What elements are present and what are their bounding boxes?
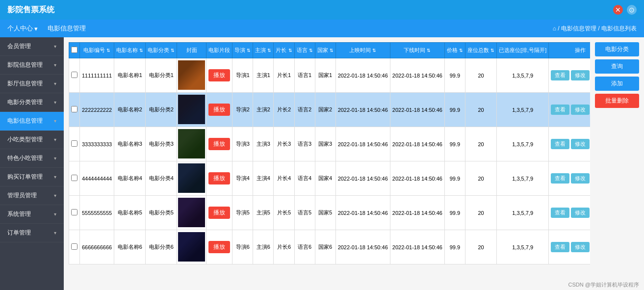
cell-selected-seats: 1,3,5,7,9: [497, 161, 549, 196]
table-row: 6666666666 电影名称6 电影分类6 播放 导演6 主演6 片长6 语言…: [69, 230, 591, 264]
navbar-movie-mgmt[interactable]: 电影信息管理: [48, 24, 86, 33]
col-action: 操作: [549, 43, 590, 58]
play-button[interactable]: 播放: [208, 207, 230, 219]
sidebar-item-system[interactable]: 系统管理 ▾: [0, 205, 64, 224]
play-button[interactable]: 播放: [208, 138, 230, 150]
sidebar-item-order[interactable]: 购买订单管理 ▾: [0, 168, 64, 186]
action-buttons: 查看 修改 删除: [551, 208, 590, 218]
sort-icon: ⇅: [309, 48, 313, 53]
sidebar-item-cinema[interactable]: 影院信息管理 ▾: [0, 56, 64, 75]
sort-icon: ⇅: [427, 48, 431, 53]
movie-category-button[interactable]: 电影分类: [595, 42, 639, 56]
chevron-down-icon: ▾: [54, 100, 56, 105]
user-icon[interactable]: ⊙: [627, 5, 637, 15]
sort-icon: ⇅: [106, 48, 110, 53]
movie-table-section: 电影编号 ⇅ 电影名称 ⇅ 电影分类 ⇅ 封面 电影片段 导演 ⇅ 主演 ⇅ 片…: [69, 42, 590, 275]
app-title: 影院售票系统: [7, 5, 54, 15]
col-director[interactable]: 导演 ⇅: [232, 43, 253, 58]
col-id[interactable]: 电影编号 ⇅: [80, 43, 114, 58]
sort-icon: ⇅: [372, 48, 376, 53]
action-buttons: 查看 修改 删除: [551, 70, 590, 80]
view-button[interactable]: 查看: [551, 70, 569, 80]
play-button[interactable]: 播放: [208, 172, 230, 185]
sidebar-item-hall[interactable]: 影厅信息管理 ▾: [0, 75, 64, 93]
cell-seats: 20: [465, 127, 497, 161]
movie-thumbnail: [178, 95, 205, 124]
col-price[interactable]: 价格 ⇅: [444, 43, 465, 58]
query-button[interactable]: 查询: [595, 59, 639, 74]
sidebar-item-member[interactable]: 会员管理 ▾: [0, 37, 64, 56]
cell-seats: 20: [465, 93, 497, 127]
view-button[interactable]: 查看: [551, 139, 569, 149]
cell-actions: 查看 修改 删除: [549, 230, 590, 264]
view-button[interactable]: 查看: [551, 105, 569, 115]
col-actor[interactable]: 主演 ⇅: [253, 43, 274, 58]
add-button[interactable]: 添加: [595, 77, 639, 91]
edit-button[interactable]: 修改: [571, 139, 590, 149]
row-checkbox[interactable]: [71, 209, 77, 215]
navbar-personal-center[interactable]: 个人中心 ▾: [7, 24, 38, 33]
batch-delete-button[interactable]: 批量删除: [595, 94, 639, 108]
edit-button[interactable]: 修改: [571, 173, 590, 184]
cell-id: 5555555555: [80, 196, 114, 230]
row-checkbox[interactable]: [71, 140, 77, 147]
play-button[interactable]: 播放: [208, 241, 230, 253]
close-icon[interactable]: ✕: [613, 5, 623, 15]
table-wrapper[interactable]: 电影编号 ⇅ 电影名称 ⇅ 电影分类 ⇅ 封面 电影片段 导演 ⇅ 主演 ⇅ 片…: [69, 42, 590, 264]
view-button[interactable]: 查看: [551, 242, 569, 252]
cell-duration: 片长6: [274, 230, 294, 264]
col-category[interactable]: 电影分类 ⇅: [146, 43, 177, 58]
col-country[interactable]: 国家 ⇅: [315, 43, 335, 58]
cell-end-time: 2022-01-18 14:50:46: [390, 127, 444, 161]
sidebar-item-category[interactable]: 电影分类管理 ▾: [0, 93, 64, 112]
cell-name: 电影名称1: [114, 58, 146, 93]
edit-button[interactable]: 修改: [571, 105, 590, 115]
cell-seats: 20: [465, 161, 497, 196]
row-checkbox-cell: [69, 161, 80, 196]
cell-id: 6666666666: [80, 230, 114, 264]
row-checkbox[interactable]: [71, 243, 77, 250]
play-button[interactable]: 播放: [208, 69, 230, 81]
table-header-row: 电影编号 ⇅ 电影名称 ⇅ 电影分类 ⇅ 封面 电影片段 导演 ⇅ 主演 ⇅ 片…: [69, 43, 591, 58]
row-checkbox[interactable]: [71, 175, 77, 181]
select-all-checkbox[interactable]: [71, 47, 77, 53]
col-start[interactable]: 上映时间 ⇅: [335, 43, 390, 58]
table-row: 3333333333 电影名称3 电影分类3 播放 导演3 主演3 片长3 语言…: [69, 127, 591, 161]
edit-button[interactable]: 修改: [571, 70, 590, 80]
sidebar-item-snack[interactable]: 特色小吃管理 ▾: [0, 149, 64, 168]
col-clip: 电影片段: [206, 43, 232, 58]
cell-category: 电影分类5: [146, 196, 177, 230]
cell-selected-seats: 1,3,5,7,9: [497, 127, 549, 161]
sidebar-item-ticket-order[interactable]: 订单管理 ▾: [0, 224, 64, 242]
edit-button[interactable]: 修改: [571, 208, 590, 218]
sidebar-item-admin[interactable]: 管理员管理 ▾: [0, 186, 64, 205]
cell-actions: 查看 修改 删除: [549, 196, 590, 230]
cell-director: 导演1: [232, 58, 253, 93]
view-button[interactable]: 查看: [551, 173, 569, 184]
col-total-seats[interactable]: 座位总数 ⇅: [465, 43, 497, 58]
col-end[interactable]: 下线时间 ⇅: [390, 43, 444, 58]
cell-actions: 查看 修改 删除: [549, 58, 590, 93]
cell-id: 3333333333: [80, 127, 114, 161]
col-name[interactable]: 电影名称 ⇅: [114, 43, 146, 58]
cell-name: 电影名称2: [114, 93, 146, 127]
table-row: 1111111111 电影名称1 电影分类1 播放 导演1 主演1 片长1 语言…: [69, 58, 591, 93]
row-checkbox[interactable]: [71, 106, 77, 112]
play-button[interactable]: 播放: [208, 104, 230, 116]
cell-start-time: 2022-01-18 14:50:46: [335, 93, 390, 127]
navbar-left: 个人中心 ▾ 电影信息管理: [7, 24, 86, 33]
edit-button[interactable]: 修改: [571, 242, 590, 252]
sidebar-item-movie[interactable]: 电影信息管理 ▾: [0, 112, 64, 131]
col-duration[interactable]: 片长 ⇅: [274, 43, 294, 58]
action-buttons: 查看 修改 删除: [551, 173, 590, 184]
table-row: 2222222222 电影名称2 电影分类2 播放 导演2 主演2 片长2 语言…: [69, 93, 591, 127]
cell-name: 电影名称5: [114, 196, 146, 230]
cell-duration: 片长3: [274, 127, 294, 161]
cell-start-time: 2022-01-18 14:50:46: [335, 230, 390, 264]
col-language[interactable]: 语言 ⇅: [294, 43, 315, 58]
row-checkbox[interactable]: [71, 72, 77, 78]
cell-actor: 主演4: [253, 161, 274, 196]
view-button[interactable]: 查看: [551, 208, 569, 218]
chevron-down-icon: ▾: [54, 230, 56, 236]
sidebar-item-snack-type[interactable]: 小吃类型管理 ▾: [0, 131, 64, 149]
